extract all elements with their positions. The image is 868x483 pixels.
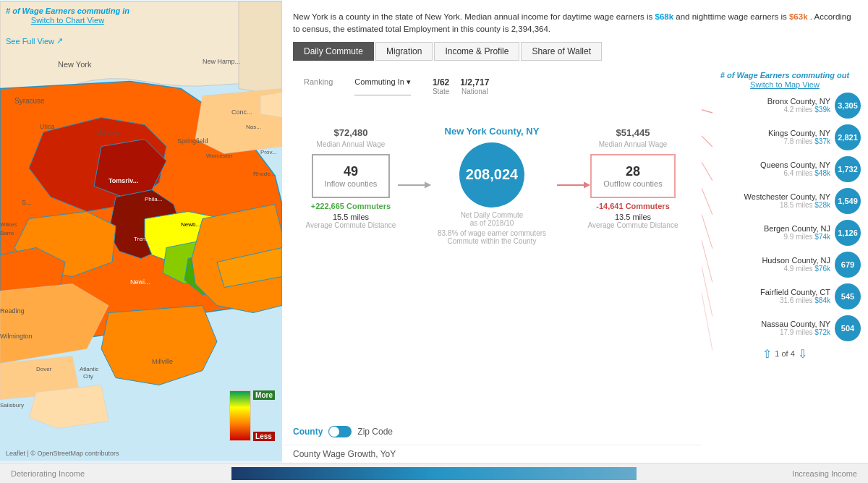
outflow-badge: 1,732 <box>835 156 861 182</box>
pagination-text: 1 of 4 <box>775 349 795 358</box>
outflow-county-name: Fairfield County, CT <box>760 288 830 296</box>
outflow-meta: 6.4 miles $48k <box>784 169 830 177</box>
flow-diagram: Ranking Commuting In ▾ 1/62 State 1/2,7 <box>282 67 702 416</box>
net-daily-label: Net Daily Commute <box>461 211 524 219</box>
center-circle: 208,024 <box>459 142 524 208</box>
inflow-commuters: +222,665 Commuters <box>311 202 391 210</box>
map-inflow-title: # of Wage Earners commuting in <box>6 6 129 16</box>
svg-text:Worcester: Worcester <box>206 153 233 159</box>
outflow-meta: 7.8 miles $37k <box>784 137 830 145</box>
county-zip-toggle[interactable] <box>328 426 352 437</box>
outflow-badge: 545 <box>835 283 861 309</box>
flow-section: Ranking Commuting In ▾ 1/62 State 1/2,7 <box>282 67 868 463</box>
outflow-item: Hudson County, NJ 4.9 miles $76k 679 <box>709 252 861 278</box>
state-label: State <box>433 87 449 95</box>
outflow-county-name: Nassau County, NY <box>761 320 830 328</box>
outflow-item-info: Queens County, NY 6.4 miles $48k <box>709 161 835 177</box>
map-attribution: Leaflet | © OpenStreetMap contributors <box>6 450 119 457</box>
bottom-bar-left-label: Deteriorating Income <box>0 469 224 478</box>
center-number: 208,024 <box>466 166 518 183</box>
svg-text:Prov...: Prov... <box>260 149 277 155</box>
inflow-box: 49 Inflow counties <box>312 154 391 198</box>
toggle-row: County Zip Code <box>282 415 702 441</box>
outflow-item: Fairfield County, CT 31.6 miles $84k 545 <box>709 283 861 309</box>
ranking-label: Ranking <box>304 77 333 95</box>
svg-text:Wilkes: Wilkes <box>0 221 17 228</box>
outflow-county-name: Hudson County, NJ <box>762 256 830 265</box>
outflow-label: Outflow counties <box>603 179 662 188</box>
outflow-item: Bergen County, NJ 9.9 miles $74k 1,126 <box>709 220 861 246</box>
national-label: National <box>460 87 489 95</box>
legend-gradient <box>229 390 251 441</box>
toggle-county-label: County <box>293 427 323 437</box>
external-link-icon: ↗ <box>56 36 63 46</box>
switch-to-map-link[interactable]: Switch to Map View <box>709 80 861 89</box>
outflow-title: # of Wage Earners commuting out <box>709 70 861 80</box>
svg-text:Barre: Barre <box>0 230 14 236</box>
county-wage-growth-label: County Wage Growth, YoY <box>282 445 702 463</box>
pagination-up-chevron[interactable]: ⇧ <box>762 347 772 361</box>
outflow-distance-label: Average Commute Distance <box>588 221 678 229</box>
ranking-values: 1/62 State 1/2,717 National <box>433 77 489 95</box>
svg-text:Atlantic: Atlantic <box>80 366 98 372</box>
center-pct: 83.8% of wage earner commuters <box>438 229 546 237</box>
outflow-meta: 4.9 miles $76k <box>784 265 830 273</box>
outflow-meta: 17.9 miles $72k <box>780 328 830 336</box>
outflow-item-info: Hudson County, NJ 4.9 miles $76k <box>709 256 835 273</box>
outflow-item-info: Nassau County, NY 17.9 miles $72k <box>709 320 835 336</box>
inflow-wage: $72,480 <box>333 127 367 138</box>
svg-text:Newi...: Newi... <box>130 278 150 286</box>
center-county-name: New York County, NY <box>445 126 540 137</box>
outflow-item: Bronx County, NY 4.2 miles $39k 3,305 <box>709 93 861 119</box>
outflow-count: 28 <box>603 164 662 179</box>
tab-migration[interactable]: Migration <box>375 42 433 61</box>
svg-text:Springfield: Springfield <box>177 137 208 145</box>
outflow-badge: 1,126 <box>835 220 861 246</box>
outflow-meta: 31.6 miles $84k <box>780 296 830 304</box>
outflow-header: # of Wage Earners commuting out Switch t… <box>709 70 861 89</box>
legend-less-label: Less <box>253 432 275 441</box>
svg-text:Conc...: Conc... <box>231 108 252 116</box>
map-section: # of Wage Earners commuting in Switch to… <box>0 0 282 463</box>
outflow-county-name: Bronx County, NY <box>767 97 830 106</box>
svg-text:Newb...: Newb... <box>181 221 200 228</box>
svg-text:New Hamp...: New Hamp... <box>203 58 240 65</box>
svg-text:Nas...: Nas... <box>246 124 261 130</box>
ranking-row: Ranking Commuting In ▾ 1/62 State 1/2,7 <box>282 77 489 95</box>
svg-text:Rhode...: Rhode... <box>253 171 275 177</box>
svg-text:Wilmington: Wilmington <box>0 333 33 340</box>
svg-text:Millville: Millville <box>152 358 173 365</box>
outflow-meta: 18.5 miles $28k <box>780 201 830 209</box>
see-full-view-link[interactable]: See Full View ↗ <box>6 36 63 46</box>
outflow-county-name: Kings County, NY <box>768 129 830 137</box>
daytime-wage: $68k <box>655 12 674 21</box>
outflow-wage: $51,445 <box>616 127 650 138</box>
svg-text:S...: S... <box>22 199 32 206</box>
outflow-badge: 504 <box>835 315 861 341</box>
bottom-bar-right-label: Increasing Income <box>644 469 868 478</box>
commuting-in-dropdown[interactable]: Commuting In ▾ <box>354 77 411 95</box>
outflow-wage-label: Median Annual Wage <box>599 140 668 148</box>
svg-text:New York: New York <box>58 60 92 69</box>
state-rank: 1/62 <box>433 77 449 87</box>
switch-to-chart-link[interactable]: Switch to Chart View <box>6 16 129 25</box>
tab-income-profile[interactable]: Income & Profile <box>434 42 519 61</box>
tab-daily-commute[interactable]: Daily Commute <box>293 42 374 61</box>
pagination-down-chevron[interactable]: ⇩ <box>798 347 807 361</box>
svg-text:Tomsriv...: Tomsriv... <box>109 177 138 184</box>
tab-share-of-wallet[interactable]: Share of Wallet <box>521 42 602 61</box>
outflow-county-name: Westchester County, NY <box>744 192 830 201</box>
outflow-badge: 2,821 <box>835 124 861 150</box>
bottom-bar: Deteriorating Income Increasing Income <box>0 463 868 483</box>
map-legend: More Less <box>229 390 275 441</box>
info-text-block: New York is a county in the state of New… <box>282 7 868 42</box>
income-gradient-bar <box>231 467 637 480</box>
svg-text:Tren...: Tren... <box>134 236 150 242</box>
center-date: as of 2018/10 <box>470 219 514 227</box>
inflow-distance-label: Average Commute Distance <box>306 221 396 229</box>
svg-text:Syracuse: Syracuse <box>14 97 45 105</box>
inflow-distance: 15.5 miles <box>333 213 369 221</box>
legend-more-label: More <box>253 390 275 400</box>
outflow-badge: 1,549 <box>835 188 861 214</box>
map-header: # of Wage Earners commuting in Switch to… <box>6 6 129 25</box>
